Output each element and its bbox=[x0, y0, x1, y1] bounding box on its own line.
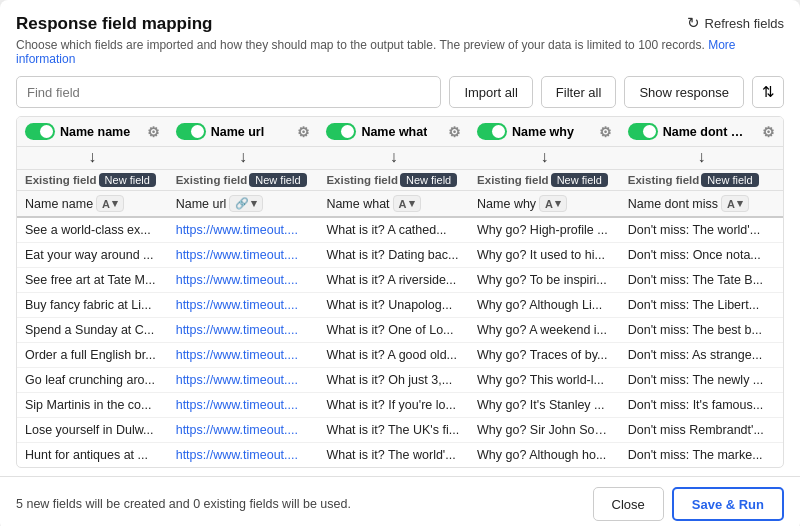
col-header-name-name: Name name ⚙ bbox=[17, 117, 168, 147]
table-row: Go leaf crunching aro...https://www.time… bbox=[17, 368, 783, 393]
table-row: Hunt for antiques at ...https://www.time… bbox=[17, 443, 783, 468]
close-button[interactable]: Close bbox=[593, 487, 664, 521]
gear-icon-name-dont-miss[interactable]: ⚙ bbox=[762, 124, 775, 140]
find-field-input[interactable] bbox=[16, 76, 441, 108]
gear-icon-name-why[interactable]: ⚙ bbox=[599, 124, 612, 140]
existing-label-why: Existing field bbox=[477, 174, 549, 186]
show-response-button[interactable]: Show response bbox=[624, 76, 744, 108]
arrow-down-url: ↓ bbox=[176, 149, 311, 165]
refresh-icon: ↻ bbox=[687, 14, 700, 32]
footer: 5 new fields will be created and 0 exist… bbox=[0, 476, 800, 526]
filter-all-button[interactable]: Filter all bbox=[541, 76, 617, 108]
new-field-badge-name[interactable]: New field bbox=[99, 173, 156, 187]
sort-button[interactable]: ⇅ bbox=[752, 76, 784, 108]
table-row: Sip Martinis in the co...https://www.tim… bbox=[17, 393, 783, 418]
modal-header: Response field mapping ↻ Refresh fields bbox=[0, 0, 800, 34]
col-header-name-url: Name url ⚙ bbox=[168, 117, 319, 147]
col-header-name-dont-miss: Name dont mi... ⚙ bbox=[620, 117, 783, 147]
new-field-badge-url[interactable]: New field bbox=[249, 173, 306, 187]
gear-icon-name-name[interactable]: ⚙ bbox=[147, 124, 160, 140]
existing-label-dont-miss: Existing field bbox=[628, 174, 700, 186]
field-type-row: Existing field New field Existing field … bbox=[17, 170, 783, 191]
table-row: Spend a Sunday at C...https://www.timeou… bbox=[17, 318, 783, 343]
type-badge-what[interactable]: A ▾ bbox=[393, 195, 421, 212]
toolbar: Import all Filter all Show response ⇅ bbox=[0, 76, 800, 116]
footer-status: 5 new fields will be created and 0 exist… bbox=[16, 497, 351, 511]
new-field-badge-what[interactable]: New field bbox=[400, 173, 457, 187]
column-header-row: Name name ⚙ Name url ⚙ bbox=[17, 117, 783, 147]
type-badge-url[interactable]: 🔗 ▾ bbox=[229, 195, 263, 212]
toggle-name-name[interactable] bbox=[25, 123, 55, 140]
modal: Response field mapping ↻ Refresh fields … bbox=[0, 0, 800, 526]
toggle-name-dont-miss[interactable] bbox=[628, 123, 658, 140]
footer-buttons: Close Save & Run bbox=[593, 487, 785, 521]
type-badge-dont-miss[interactable]: A ▾ bbox=[721, 195, 749, 212]
modal-title: Response field mapping bbox=[16, 14, 212, 34]
new-field-badge-dont-miss[interactable]: New field bbox=[701, 173, 758, 187]
toggle-name-url[interactable] bbox=[176, 123, 206, 140]
arrow-row: ↓ ↓ ↓ ↓ ↓ bbox=[17, 147, 783, 170]
col-header-name-why: Name why ⚙ bbox=[469, 117, 620, 147]
existing-label-name: Existing field bbox=[25, 174, 97, 186]
sort-icon: ⇅ bbox=[762, 83, 775, 101]
table-row: See free art at Tate M...https://www.tim… bbox=[17, 268, 783, 293]
toggle-name-what[interactable] bbox=[326, 123, 356, 140]
toggle-name-why[interactable] bbox=[477, 123, 507, 140]
table-body: See a world-class ex...https://www.timeo… bbox=[17, 217, 783, 467]
save-run-button[interactable]: Save & Run bbox=[672, 487, 784, 521]
subtitle: Choose which fields are imported and how… bbox=[0, 34, 800, 76]
existing-label-what: Existing field bbox=[326, 174, 398, 186]
import-all-button[interactable]: Import all bbox=[449, 76, 532, 108]
mapping-table: Name name ⚙ Name url ⚙ bbox=[17, 117, 783, 467]
gear-icon-name-what[interactable]: ⚙ bbox=[448, 124, 461, 140]
type-badge-why[interactable]: A ▾ bbox=[539, 195, 567, 212]
type-badge-name[interactable]: A ▾ bbox=[96, 195, 124, 212]
arrow-down-dont-miss: ↓ bbox=[628, 149, 775, 165]
arrow-down-why: ↓ bbox=[477, 149, 612, 165]
table-row: Lose yourself in Dulw...https://www.time… bbox=[17, 418, 783, 443]
table-row: Buy fancy fabric at Li...https://www.tim… bbox=[17, 293, 783, 318]
table-row: Order a full English br...https://www.ti… bbox=[17, 343, 783, 368]
table-container: Name name ⚙ Name url ⚙ bbox=[16, 116, 784, 468]
arrow-down-name: ↓ bbox=[25, 149, 160, 165]
refresh-button[interactable]: ↻ Refresh fields bbox=[687, 14, 784, 32]
table-row: Eat your way around ...https://www.timeo… bbox=[17, 243, 783, 268]
existing-label-url: Existing field bbox=[176, 174, 248, 186]
gear-icon-name-url[interactable]: ⚙ bbox=[297, 124, 310, 140]
arrow-down-what: ↓ bbox=[326, 149, 461, 165]
table-row: See a world-class ex...https://www.timeo… bbox=[17, 217, 783, 243]
col-header-name-what: Name what ⚙ bbox=[318, 117, 469, 147]
col-name-type-row: Name name A ▾ Name url 🔗 ▾ Name what bbox=[17, 191, 783, 218]
new-field-badge-why[interactable]: New field bbox=[551, 173, 608, 187]
